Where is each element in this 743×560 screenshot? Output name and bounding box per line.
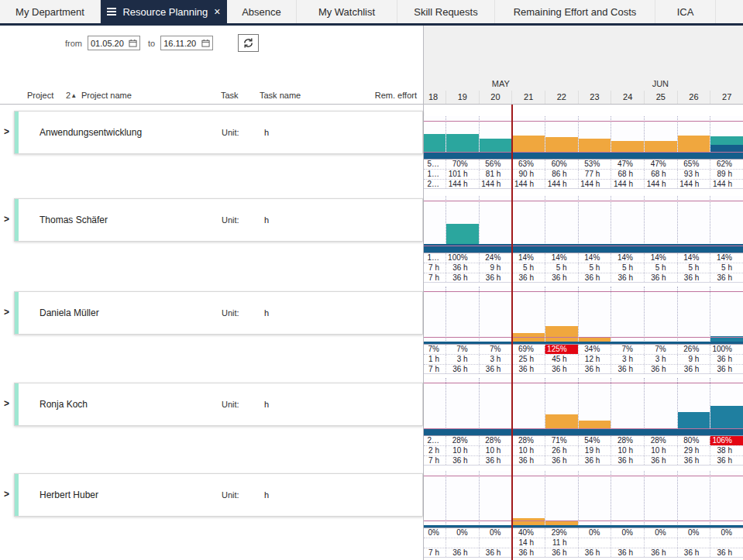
resource-name: Ronja Koch — [40, 399, 88, 410]
close-tab-icon[interactable]: × — [214, 6, 220, 17]
tab-ica[interactable]: ICA — [655, 0, 716, 23]
tab-absence[interactable]: Absence — [227, 0, 297, 23]
capacity-cell: 144 h — [445, 180, 479, 188]
tab-label: My Department — [15, 6, 84, 18]
percent-cell: 60% — [545, 160, 578, 169]
expand-chevron[interactable]: > — [4, 215, 9, 224]
chart-week-cell — [445, 471, 479, 527]
chart-columns — [424, 378, 743, 435]
capacity-limit-line — [424, 383, 743, 383]
tab-my-department[interactable]: My Department — [0, 0, 101, 23]
tab-label: Resource Planning — [122, 6, 208, 18]
hours-row: 14 h11 h — [424, 538, 743, 548]
from-date-input[interactable] — [91, 39, 126, 48]
refresh-button[interactable] — [238, 34, 259, 52]
chart-week-cell — [644, 471, 677, 527]
tab-my-watchlist[interactable]: My Watchlist — [297, 0, 397, 23]
to-date-input[interactable] — [163, 39, 199, 48]
capacity-cell: 36 h — [511, 548, 545, 557]
capacity-cell: 36 h — [611, 273, 644, 282]
tab-remaining-effort[interactable]: Remaining Effort and Costs — [495, 0, 655, 23]
capacity-cell: 144 h — [644, 180, 677, 188]
hours-cell: 90 h — [511, 170, 545, 179]
resource-name: Anwendungsentwicklung — [40, 127, 142, 138]
today-marker-line — [511, 105, 513, 560]
calendar-icon[interactable] — [129, 39, 137, 47]
capacity-cell: 36 h — [545, 273, 578, 282]
resource-card[interactable]: Daniela Müller Unit: h — [14, 291, 423, 335]
tab-label: Absence — [242, 6, 281, 18]
capacity-cell: 144 h — [677, 180, 710, 188]
tab-skill-requests[interactable]: Skill Requests — [397, 0, 495, 23]
chart-week-cell — [511, 378, 545, 435]
capacity-cell: 144 h — [611, 180, 644, 188]
capacity-cell: 36 h — [479, 548, 512, 557]
capacity-cell: 36 h — [677, 273, 710, 282]
capacity-row: 7 h36 h36 h36 h36 h36 h36 h36 h36 h36 h — [424, 273, 743, 283]
percent-cell: 2… — [424, 436, 445, 445]
percent-cell: 14% — [545, 253, 578, 263]
resource-card[interactable]: Anwendungsentwicklung Unit: h — [14, 111, 423, 154]
month-label: JUN — [578, 79, 743, 91]
resource-row-timeline: 7%7%7%69%125%34%7%7%26%100% 1 h3 h3 h25 … — [423, 283, 743, 374]
sort-indicator[interactable]: 2▲ — [66, 91, 77, 100]
percent-cell: 7% — [445, 345, 479, 354]
percent-cell: 0% — [578, 528, 611, 538]
percent-cell: 40% — [511, 528, 545, 538]
resource-card[interactable]: Ronja Koch Unit: h — [14, 383, 423, 426]
capacity-cell: 36 h — [710, 273, 743, 282]
to-label: to — [148, 39, 155, 48]
calendar-icon[interactable] — [201, 39, 210, 47]
resource-card[interactable]: Herbert Huber Unit: h — [14, 473, 423, 517]
utilization-bar — [579, 139, 611, 153]
row-accent-bar — [15, 292, 19, 334]
unit-value: h — [264, 215, 269, 225]
capacity-cell: 36 h — [710, 365, 743, 373]
col-project-name: Project name — [81, 91, 132, 100]
capacity-cell: 144 h — [545, 180, 578, 188]
chart-week-cell — [479, 287, 512, 344]
tab-resource-planning[interactable]: Resource Planning × — [101, 0, 227, 23]
percent-cell: 7% — [611, 345, 644, 354]
utilization-bar — [446, 224, 479, 244]
chart-week-cell — [545, 287, 578, 344]
capacity-baseline — [424, 525, 743, 527]
expand-chevron[interactable]: > — [4, 399, 9, 408]
chart-week-cell — [545, 378, 578, 435]
tab-label: My Watchlist — [318, 6, 375, 18]
hours-cell — [677, 538, 710, 548]
resource-name: Thomas Schäfer — [40, 215, 108, 225]
menu-icon[interactable] — [107, 8, 116, 15]
resource-row: > Anwendungsentwicklung Unit: h 5…70%56%… — [0, 105, 743, 190]
col-task-name: Task name — [260, 91, 301, 100]
expand-chevron[interactable]: > — [4, 490, 9, 499]
percent-cell: 80% — [677, 436, 710, 445]
row-accent-bar — [15, 383, 19, 425]
hours-cell: 81 h — [479, 170, 512, 179]
tab-label: Remaining Effort and Costs — [514, 6, 637, 18]
resource-name: Herbert Huber — [40, 490, 98, 500]
chart-week-cell — [424, 378, 445, 435]
hours-cell: 2 h — [424, 446, 445, 455]
capacity-cell: 36 h — [578, 273, 611, 282]
chart-week-cell — [677, 378, 710, 435]
hours-cell — [578, 538, 611, 548]
percent-cell: 0% — [445, 528, 479, 538]
resource-card[interactable]: Thomas Schäfer Unit: h — [14, 198, 423, 242]
capacity-cell: 144 h — [511, 180, 545, 188]
hours-cell: 68 h — [611, 170, 644, 179]
from-date-field[interactable] — [88, 36, 140, 50]
unit-value: h — [264, 400, 269, 409]
capacity-row: 2…144 h144 h144 h144 h144 h144 h144 h144… — [424, 179, 743, 189]
week-label: 20 — [479, 91, 512, 104]
to-date-field[interactable] — [160, 36, 213, 50]
chart-week-cell — [479, 471, 512, 527]
hours-cell — [445, 538, 479, 548]
chart-week-cell — [677, 471, 710, 527]
expand-chevron[interactable]: > — [4, 307, 9, 317]
capacity-cell: 36 h — [578, 456, 611, 465]
percent-cell: 0% — [479, 528, 512, 538]
sort-asc-icon: ▲ — [71, 92, 77, 99]
hours-cell: 3 h — [611, 355, 644, 364]
expand-chevron[interactable]: > — [4, 127, 9, 136]
